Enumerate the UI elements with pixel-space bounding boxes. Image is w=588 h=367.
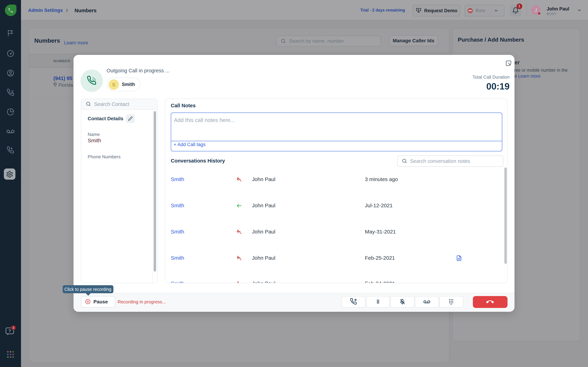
svg-text:?: ? <box>9 329 11 333</box>
